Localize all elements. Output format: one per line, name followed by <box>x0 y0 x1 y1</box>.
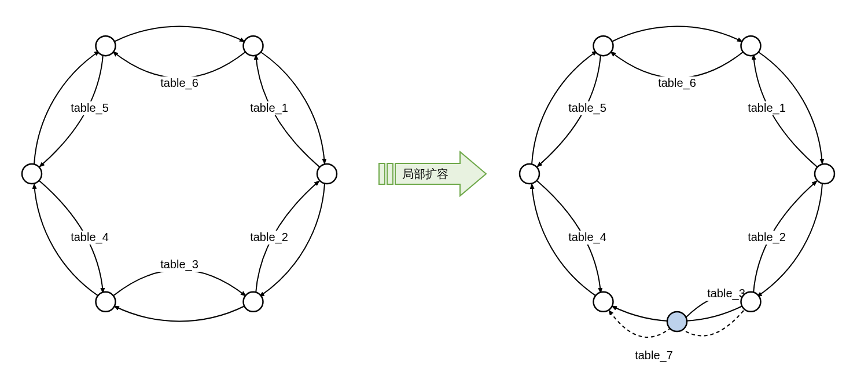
edge-label-table5: table_5 <box>568 101 606 115</box>
ring-node <box>520 164 539 184</box>
diagram-canvas: table_6 table_1 table_2 table_3 table_4 … <box>0 0 868 372</box>
ring-node <box>22 164 42 184</box>
edge-label-table1: table_1 <box>748 101 786 115</box>
edge-label-table7: table_7 <box>635 349 673 362</box>
edge-label-table1: table_1 <box>250 101 288 115</box>
edge-label-table2: table_2 <box>748 231 786 244</box>
edge-label-table6: table_6 <box>658 76 696 90</box>
ring-node-new <box>667 312 687 331</box>
ring-node <box>594 36 613 56</box>
ring-node <box>96 36 116 56</box>
ring-node <box>244 36 263 56</box>
svg-rect-6 <box>379 163 385 184</box>
svg-rect-7 <box>387 163 393 184</box>
ring-node <box>741 36 761 56</box>
edge-label-table6: table_6 <box>160 76 198 90</box>
ring-node <box>741 292 761 312</box>
right-ring: table_6 table_1 table_2 table_3 table_4 … <box>520 27 834 362</box>
edge-label-table3: table_3 <box>160 258 198 271</box>
ring-node <box>317 164 337 184</box>
left-ring: table_6 table_1 table_2 table_3 table_4 … <box>22 27 337 322</box>
ring-node <box>594 292 613 312</box>
edge-label-table2: table_2 <box>250 231 288 244</box>
ring-node <box>96 292 116 312</box>
edge-label-table4: table_4 <box>71 231 109 244</box>
edge-label-table3: table_3 <box>707 287 745 300</box>
transition-label: 局部扩容 <box>402 167 448 180</box>
transition-arrow: 局部扩容 <box>379 152 486 196</box>
edge-label-table5: table_5 <box>71 101 109 115</box>
ring-node <box>815 164 834 184</box>
edge-label-table4: table_4 <box>568 231 606 244</box>
ring-node <box>244 292 263 312</box>
